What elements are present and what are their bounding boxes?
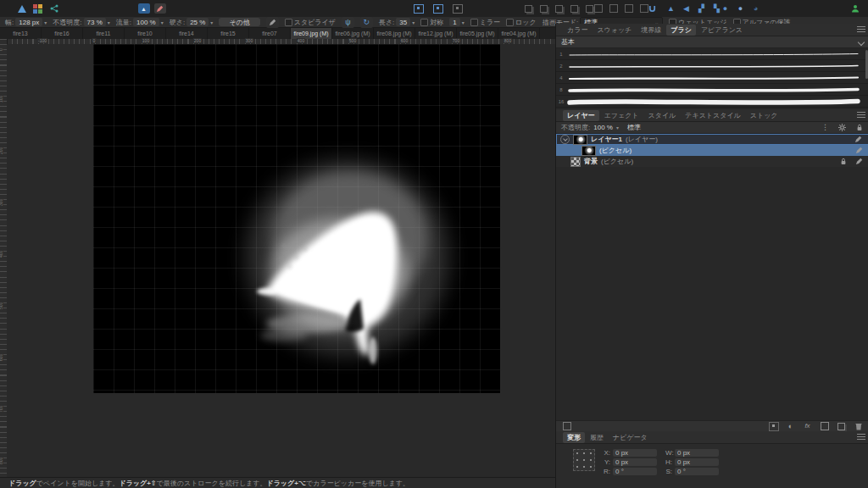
pasteboard[interactable] bbox=[7, 44, 555, 477]
layers-tab[interactable]: レイヤー bbox=[563, 110, 599, 121]
ctx-window-stabilizer-icon[interactable]: ↻ bbox=[360, 17, 373, 28]
preview-mode-icon[interactable]: ● bbox=[719, 3, 732, 14]
ctx-対称[interactable]: 対称 bbox=[420, 18, 443, 27]
move-forward-icon[interactable] bbox=[537, 3, 550, 14]
shear-icon[interactable] bbox=[622, 3, 635, 14]
layers-tab[interactable]: テキストスタイル bbox=[681, 110, 745, 121]
field-value[interactable]: 25 % bbox=[186, 18, 209, 26]
studio-tab[interactable]: カラー bbox=[563, 25, 592, 36]
chevron-down-icon[interactable] bbox=[858, 38, 865, 45]
share-icon[interactable] bbox=[47, 3, 60, 14]
ctx-その他[interactable]: その他 bbox=[219, 18, 259, 26]
zoom-selection-icon[interactable] bbox=[412, 3, 425, 14]
move-backward-icon[interactable] bbox=[553, 3, 565, 14]
rotate-ccw-icon[interactable] bbox=[592, 3, 604, 14]
ctx-1[interactable]: 1▾ bbox=[449, 18, 464, 26]
layer-thumbnail[interactable] bbox=[581, 146, 596, 156]
checkbox[interactable] bbox=[506, 19, 514, 26]
vector-persona-icon[interactable]: ▲ bbox=[137, 3, 150, 14]
ctx-rope-stabilizer-icon[interactable]: ψ bbox=[342, 17, 354, 28]
pixel-grid-icon[interactable] bbox=[31, 3, 44, 14]
new-pixel-layer-icon[interactable] bbox=[818, 421, 831, 432]
checkbox[interactable] bbox=[420, 19, 428, 26]
opacity-dropdown-arrow[interactable]: ▾ bbox=[616, 125, 619, 130]
affinity-logo-icon[interactable] bbox=[15, 3, 28, 14]
transform-tab[interactable]: 履歴 bbox=[586, 432, 608, 443]
transform-bounds-icon[interactable] bbox=[451, 3, 464, 14]
transform-field-input[interactable]: 0 ° bbox=[675, 468, 719, 475]
document-tab[interactable]: fire05.jpg (M) bbox=[457, 28, 498, 39]
dropdown-arrow-icon[interactable]: ▾ bbox=[210, 19, 213, 25]
canvas-document[interactable] bbox=[93, 44, 500, 393]
account-icon[interactable] bbox=[849, 3, 861, 14]
transform-field-input[interactable]: 0 px bbox=[613, 458, 657, 466]
move-to-back-icon[interactable] bbox=[568, 3, 581, 14]
dropdown-arrow-icon[interactable]: ▾ bbox=[108, 19, 110, 25]
rope-stabilizer-icon[interactable]: ψ bbox=[342, 17, 354, 28]
transform-field-input[interactable]: 0 ° bbox=[613, 468, 657, 475]
brush-editor-icon[interactable] bbox=[266, 17, 279, 28]
layers-tab[interactable]: スタイル bbox=[644, 110, 681, 121]
transform-field-input[interactable]: 0 px bbox=[675, 458, 719, 466]
window-stabilizer-icon[interactable]: ↻ bbox=[360, 17, 373, 28]
brush-category-header[interactable]: 基本 bbox=[556, 36, 868, 48]
insert-behind-icon[interactable]: ▞ bbox=[695, 3, 708, 14]
rotate-cw-icon[interactable] bbox=[607, 3, 620, 14]
dropdown-arrow-icon[interactable]: ▾ bbox=[462, 19, 465, 25]
ctx-ミラー[interactable]: ミラー bbox=[470, 18, 500, 27]
snapping-magnet-icon[interactable] bbox=[646, 3, 659, 14]
document-tab[interactable]: fire15 bbox=[208, 28, 249, 39]
transform-field-input[interactable]: 0 px bbox=[613, 449, 657, 457]
ctx-流量:[interactable]: 流量:100 %▾ bbox=[116, 18, 164, 27]
transform-tab[interactable]: ナビゲータ bbox=[609, 432, 652, 443]
list-options-icon[interactable]: ⋮ bbox=[819, 122, 832, 133]
panel-menu-icon[interactable] bbox=[857, 26, 865, 33]
pixel-persona-icon[interactable] bbox=[153, 3, 166, 14]
layer-expand-chevron[interactable] bbox=[560, 135, 570, 144]
layer-edit-icon[interactable] bbox=[852, 134, 865, 145]
studio-tab[interactable]: 境界線 bbox=[637, 25, 665, 36]
layers-tab[interactable]: エフェクト bbox=[600, 110, 643, 121]
layer-thumbnail[interactable] bbox=[570, 157, 581, 167]
brush-item[interactable]: 2 bbox=[556, 60, 868, 72]
brush-item[interactable]: 1 bbox=[556, 48, 868, 60]
field-value[interactable]: 35 bbox=[396, 18, 410, 26]
panel-menu-icon[interactable] bbox=[857, 112, 865, 119]
transform-field-input[interactable]: 0 px bbox=[675, 449, 719, 457]
ctx-スタビライザ[interactable]: スタビライザ bbox=[285, 18, 336, 27]
ctx-硬さ:[interactable]: 硬さ:25 %▾ bbox=[170, 18, 214, 27]
pixel-view-icon[interactable]: ● bbox=[734, 3, 747, 14]
layers-empty-area[interactable] bbox=[556, 167, 868, 420]
edit-all-layers-icon[interactable] bbox=[560, 421, 573, 432]
brush-item[interactable]: 8 bbox=[556, 84, 868, 96]
document-tab[interactable]: fire16 bbox=[42, 28, 83, 39]
field-value[interactable]: 128 px bbox=[15, 18, 42, 26]
ctx-長さ:[interactable]: 長さ:35▾ bbox=[379, 18, 415, 27]
ctx-ロック[interactable]: ロック bbox=[506, 18, 537, 27]
brush-item[interactable]: 16 bbox=[556, 96, 868, 108]
checkbox[interactable] bbox=[285, 19, 292, 26]
studio-tab[interactable]: スウォッチ bbox=[593, 25, 636, 36]
zoom-fit-icon[interactable] bbox=[431, 3, 444, 14]
blend-mode-select[interactable]: 標準 bbox=[627, 123, 641, 132]
dropdown-arrow-icon[interactable]: ▾ bbox=[412, 19, 415, 25]
new-layer-icon[interactable] bbox=[835, 421, 848, 432]
studio-tab[interactable]: ブラシ bbox=[666, 25, 696, 36]
document-tab[interactable]: fire11 bbox=[83, 28, 125, 39]
delete-layer-icon[interactable] bbox=[852, 421, 865, 432]
move-to-front-icon[interactable] bbox=[522, 3, 535, 14]
layer-thumbnail[interactable] bbox=[573, 135, 587, 145]
document-tab[interactable]: fire08.jpg (M) bbox=[374, 28, 415, 39]
opacity-value[interactable]: 100 % bbox=[593, 124, 613, 131]
layers-tab[interactable]: ストック bbox=[746, 110, 782, 121]
layer-edit-icon[interactable] bbox=[853, 156, 865, 167]
gear-icon[interactable] bbox=[836, 122, 849, 133]
transform-anchor-selector[interactable] bbox=[573, 449, 595, 471]
layer-row[interactable]: (ピクセル) bbox=[556, 145, 868, 156]
flip-vertical-icon[interactable]: ◀ bbox=[680, 3, 693, 14]
checkbox[interactable] bbox=[470, 19, 478, 26]
layer-effects-icon[interactable]: fx bbox=[801, 421, 814, 432]
more-button[interactable]: その他 bbox=[219, 18, 259, 26]
lock-icon[interactable] bbox=[853, 122, 865, 133]
field-value[interactable]: 1 bbox=[449, 18, 459, 26]
